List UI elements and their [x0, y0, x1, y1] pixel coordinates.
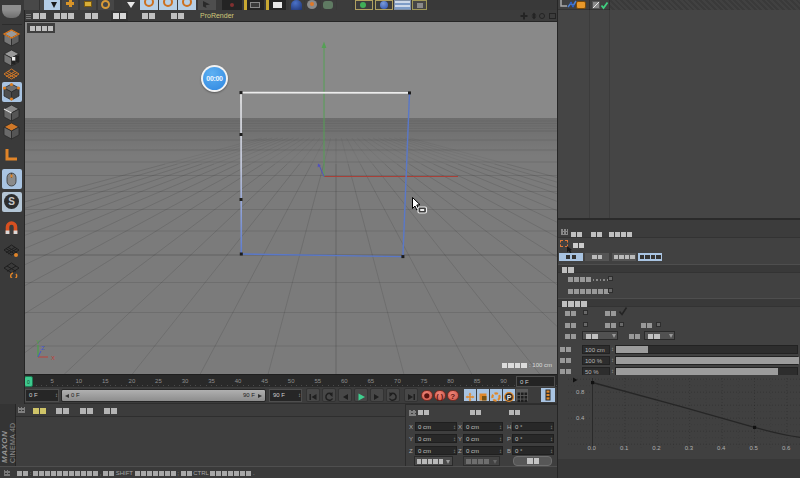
svg-text:X: X	[51, 355, 55, 361]
svg-text:P: P	[507, 394, 512, 401]
svg-text:Z: Z	[41, 345, 45, 351]
svg-text:?: ?	[450, 391, 455, 400]
svg-text:( ): ( )	[436, 391, 444, 400]
svg-text:Y: Y	[36, 339, 40, 345]
svg-text:S: S	[8, 196, 15, 207]
